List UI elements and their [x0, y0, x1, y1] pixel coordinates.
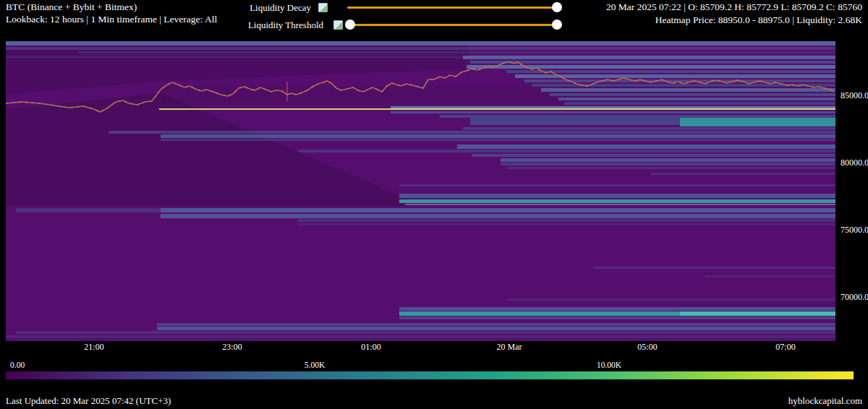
app-window: { "header": { "title": "BTC (Binance + B… [0, 0, 868, 409]
time-tick-label: 05:00 [637, 342, 657, 353]
price-tick-label: 70000.0 [841, 292, 868, 303]
liquidity-threshold-slider[interactable] [350, 24, 557, 26]
liquidity-threshold-label: Liquidity Threshold [203, 20, 323, 31]
heatmap-canvas[interactable] [6, 41, 835, 341]
liquidity-threshold-slider-end-cap [552, 20, 562, 30]
colorbar-tick-label: 0.00 [10, 361, 25, 369]
price-tick-label: 85000.0 [841, 90, 868, 101]
time-tick-label: 23:00 [222, 342, 242, 353]
heatmap-cursor-readout: Heatmap Price: 88950.0 - 88975.0 | Liqui… [655, 14, 862, 26]
price-tick-label: 80000.0 [841, 158, 868, 168]
price-tick-label: 75000.0 [841, 225, 868, 236]
lookback-subtitle: Lookback: 12 hours | 1 Min timeframe | L… [6, 14, 217, 25]
colorbar-tick-label: 10.00K [597, 361, 621, 369]
liquidity-decay-preset-icon[interactable] [318, 3, 328, 12]
time-tick-label: 21:00 [84, 342, 103, 353]
time-tick-label: 01:00 [361, 342, 380, 353]
ohlc-readout: 20 Mar 2025 07:22 | O: 85709.2 H: 85772.… [606, 1, 862, 13]
last-updated-text: Last Updated: 20 Mar 2025 07:42 (UTC+3) [6, 395, 171, 407]
liquidity-decay-slider-handle[interactable] [552, 2, 562, 12]
liquidity-colorbar [6, 371, 854, 379]
brand-text: hyblockcapital.com [788, 395, 862, 407]
liquidity-heatmap-chart[interactable] [6, 41, 835, 341]
time-tick-label: 20 Mar [497, 342, 522, 353]
colorbar-tick-label: 5.00K [305, 361, 325, 369]
liquidity-decay-label: Liquidity Decay [203, 2, 311, 14]
symbol-title: BTC (Binance + Bybit + Bitmex) [6, 1, 137, 13]
time-tick-label: 07:00 [775, 342, 795, 353]
liquidity-decay-slider[interactable] [347, 7, 557, 9]
liquidity-threshold-preset-icon[interactable] [333, 20, 343, 30]
liquidity-threshold-slider-handle[interactable] [345, 20, 355, 30]
